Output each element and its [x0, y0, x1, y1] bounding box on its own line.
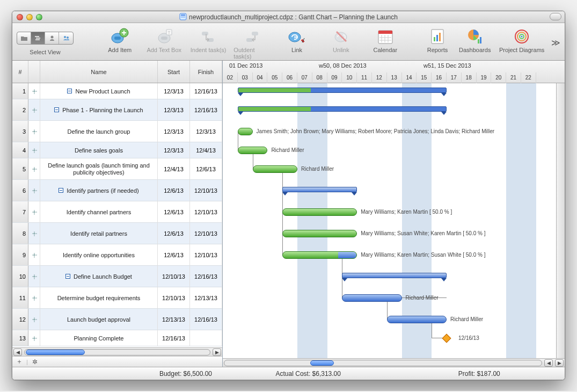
day-header[interactable]: 13 [387, 72, 402, 83]
task-bar[interactable]: Mary Williams; Karen Martin [ 50.0 % ] [282, 208, 357, 216]
collapse-toggle[interactable] [59, 188, 63, 193]
day-header[interactable]: 09 [327, 72, 342, 83]
task-finish-cell[interactable]: 12/13/13 [190, 287, 222, 308]
view-resources-button[interactable] [45, 32, 59, 44]
row-number[interactable]: 12 [12, 309, 28, 330]
scroll-left-button[interactable]: ◀ [13, 349, 22, 356]
day-header[interactable]: 18 [462, 72, 477, 83]
task-finish-cell[interactable]: 12/10/13 [190, 180, 222, 201]
project-diagrams-button[interactable]: Project Diagrams [499, 25, 545, 53]
scroll-track[interactable] [224, 360, 542, 366]
task-name-cell[interactable]: Define Launch Budget [40, 266, 158, 287]
day-header[interactable]: 17 [447, 72, 462, 83]
task-name-cell[interactable]: Planning Complete [40, 330, 158, 346]
table-row[interactable]: 13Planning Complete12/16/13 [12, 330, 222, 346]
task-name-cell[interactable]: Identify retail partners [40, 223, 158, 244]
task-finish-cell[interactable]: 12/4/13 [190, 142, 222, 158]
link-button[interactable]: Link [278, 25, 316, 53]
task-finish-cell[interactable]: 12/16/13 [190, 266, 222, 287]
collapse-toggle[interactable] [54, 107, 59, 112]
row-number[interactable]: 7 [12, 201, 28, 222]
row-number[interactable]: 3 [12, 121, 28, 142]
table-row[interactable]: 9Identify online opportunities12/6/1312/… [12, 244, 222, 266]
table-row[interactable]: 4Define sales goals12/3/1312/4/13 [12, 142, 222, 158]
dashboards-button[interactable]: Dashboards [457, 25, 492, 53]
task-bar[interactable]: Richard Miller [342, 294, 401, 302]
task-finish-cell[interactable]: 12/3/13 [190, 121, 222, 142]
task-finish-cell[interactable]: 12/16/13 [190, 83, 222, 99]
task-name-cell[interactable]: Identify channel partners [40, 201, 158, 222]
col-header-finish[interactable]: Finish [190, 61, 222, 83]
table-row[interactable]: 1New Product Launch12/3/1312/16/13 [12, 83, 222, 99]
task-finish-cell[interactable]: 12/10/13 [190, 223, 222, 244]
task-start-cell[interactable]: 12/3/13 [158, 142, 190, 158]
task-name-cell[interactable]: Identify partners (if needed) [40, 180, 158, 201]
row-number[interactable]: 9 [12, 244, 28, 265]
day-header[interactable]: 10 [342, 72, 357, 83]
task-start-cell[interactable]: 12/3/13 [158, 83, 190, 99]
task-start-cell[interactable]: 12/6/13 [158, 223, 190, 244]
task-start-cell[interactable]: 12/13/13 [158, 309, 190, 330]
table-row[interactable]: 7Identify channel partners12/6/1312/10/1… [12, 201, 222, 223]
day-header[interactable]: 22 [521, 72, 536, 83]
table-options-button[interactable]: ✲ [30, 358, 40, 366]
day-header[interactable]: 06 [282, 72, 297, 83]
view-folder-button[interactable] [17, 32, 31, 44]
task-name-cell[interactable]: New Product Launch [40, 83, 158, 99]
task-start-cell[interactable]: 12/10/13 [158, 287, 190, 308]
table-row[interactable]: 11Determine budget requirements12/10/131… [12, 287, 222, 309]
calendar-button[interactable]: Calendar [367, 25, 404, 53]
day-header[interactable]: 12 [372, 72, 387, 83]
day-header[interactable]: 19 [477, 72, 492, 83]
row-number[interactable]: 4 [12, 142, 28, 158]
day-header[interactable]: 11 [357, 72, 372, 83]
row-number[interactable]: 5 [12, 158, 28, 179]
gantt-hscrollbar[interactable]: ◀ ▶ [223, 358, 565, 367]
add-item-button[interactable]: Add Item [101, 25, 138, 53]
day-header[interactable]: 08 [312, 72, 327, 83]
task-start-cell[interactable]: 12/16/13 [158, 330, 190, 346]
col-header-number[interactable]: # [12, 61, 28, 83]
task-finish-cell[interactable] [190, 330, 222, 346]
row-number[interactable]: 2 [12, 99, 28, 120]
row-number[interactable]: 11 [12, 287, 28, 308]
add-text-box-button[interactable]: T Add Text Box [145, 25, 183, 53]
task-start-cell[interactable]: 12/6/13 [158, 244, 190, 265]
scroll-right-button[interactable]: ▶ [555, 359, 564, 367]
task-start-cell[interactable]: 12/3/13 [158, 121, 190, 142]
row-number[interactable]: 10 [12, 266, 28, 287]
task-start-cell[interactable]: 12/3/13 [158, 99, 190, 120]
gantt-vscrollbar[interactable] [556, 83, 565, 358]
reports-button[interactable]: Reports [424, 25, 451, 53]
summary-bar[interactable] [238, 106, 447, 112]
task-start-cell[interactable]: 12/6/13 [158, 201, 190, 222]
scroll-left-button[interactable]: ◀ [544, 359, 553, 367]
task-name-cell[interactable]: Define sales goals [40, 142, 158, 158]
day-header[interactable]: 05 [267, 72, 282, 83]
view-team-button[interactable] [59, 32, 73, 44]
task-bar[interactable]: Richard Miller [253, 165, 297, 173]
task-finish-cell[interactable]: 12/10/13 [190, 201, 222, 222]
day-header[interactable]: 14 [402, 72, 417, 83]
day-header[interactable]: 03 [238, 72, 253, 83]
table-row[interactable]: 12Launch budget approval12/13/1312/16/13 [12, 309, 222, 330]
table-row[interactable]: 10Define Launch Budget12/10/1312/16/13 [12, 266, 222, 287]
row-number[interactable]: 1 [12, 83, 28, 99]
task-name-cell[interactable]: Determine budget requirements [40, 287, 158, 308]
summary-bar[interactable] [342, 273, 447, 278]
col-header-start[interactable]: Start [158, 61, 190, 83]
gantt-area[interactable]: James Smith; John Brown; Mary Williams; … [223, 83, 565, 358]
task-name-cell[interactable]: Define the launch group [40, 121, 158, 142]
task-name-cell[interactable]: Launch budget approval [40, 309, 158, 330]
task-name-cell[interactable]: Phase 1 - Planning the Launch [40, 99, 158, 120]
table-row[interactable]: 2Phase 1 - Planning the Launch12/3/1312/… [12, 99, 222, 121]
collapse-toggle[interactable] [67, 89, 72, 93]
col-header-name[interactable]: Name [40, 61, 158, 83]
task-bar[interactable]: Richard Miller [238, 147, 268, 154]
task-start-cell[interactable]: 12/6/13 [158, 180, 190, 201]
task-name-cell[interactable]: Identify online opportunities [40, 244, 158, 265]
table-row[interactable]: 3Define the launch group12/3/1312/3/13 [12, 121, 222, 142]
task-start-cell[interactable]: 12/4/13 [158, 158, 190, 179]
indent-tasks-button[interactable]: Indent task(s) [189, 25, 227, 53]
task-bar[interactable]: Mary Williams; Susan White; Karen Martin… [282, 230, 357, 237]
